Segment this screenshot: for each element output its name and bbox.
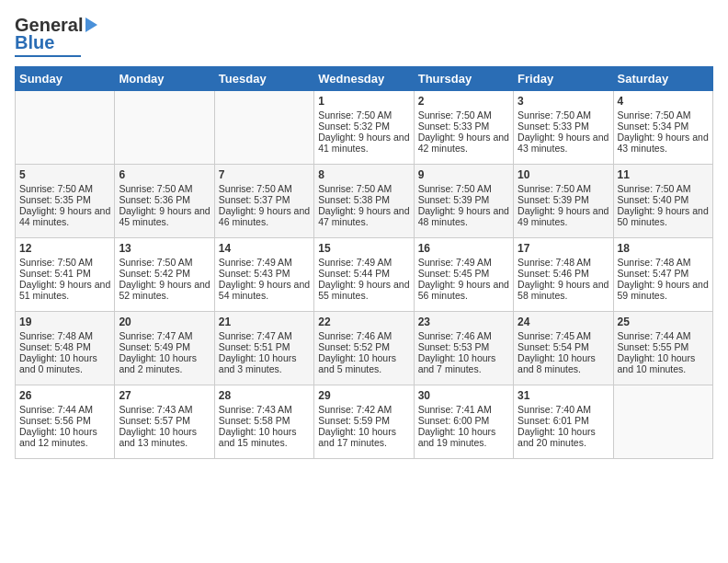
day-info: Sunrise: 7:41 AM (418, 404, 509, 415)
logo: General Blue (15, 15, 97, 57)
day-info: Sunrise: 7:43 AM (219, 404, 310, 415)
calendar-week-5: 26Sunrise: 7:44 AMSunset: 5:56 PMDayligh… (16, 385, 713, 459)
day-info: Sunset: 5:42 PM (119, 268, 210, 279)
day-info: Daylight: 9 hours and 47 minutes. (318, 205, 409, 227)
day-info: Sunset: 5:38 PM (318, 194, 409, 205)
day-of-week-tuesday: Tuesday (214, 67, 313, 91)
day-number: 1 (318, 95, 409, 108)
day-info: Sunset: 5:52 PM (318, 341, 409, 352)
day-number: 30 (418, 389, 509, 402)
day-of-week-friday: Friday (514, 67, 613, 91)
calendar-cell: 19Sunrise: 7:48 AMSunset: 5:48 PMDayligh… (16, 312, 115, 385)
day-info: Daylight: 10 hours and 2 minutes. (119, 352, 210, 374)
calendar-cell: 13Sunrise: 7:50 AMSunset: 5:42 PMDayligh… (115, 238, 214, 312)
day-info: Daylight: 9 hours and 50 minutes. (618, 205, 709, 227)
calendar-cell: 16Sunrise: 7:49 AMSunset: 5:45 PMDayligh… (414, 238, 513, 312)
calendar-cell: 1Sunrise: 7:50 AMSunset: 5:32 PMDaylight… (314, 91, 414, 165)
calendar-cell: 10Sunrise: 7:50 AMSunset: 5:39 PMDayligh… (514, 165, 613, 238)
day-info: Sunrise: 7:50 AM (119, 183, 210, 194)
calendar-cell: 9Sunrise: 7:50 AMSunset: 5:39 PMDaylight… (414, 165, 513, 238)
day-number: 12 (19, 242, 110, 255)
day-number: 23 (418, 316, 509, 328)
day-info: Daylight: 10 hours and 8 minutes. (518, 352, 609, 374)
day-info: Daylight: 9 hours and 52 minutes. (119, 279, 210, 301)
day-number: 7 (219, 168, 310, 181)
day-number: 17 (518, 242, 609, 255)
day-info: Sunrise: 7:45 AM (518, 330, 609, 341)
day-info: Sunrise: 7:50 AM (618, 109, 709, 121)
day-info: Sunrise: 7:47 AM (119, 330, 210, 341)
calendar-cell: 17Sunrise: 7:48 AMSunset: 5:46 PMDayligh… (514, 238, 613, 312)
day-info: Sunset: 5:51 PM (219, 341, 310, 352)
day-info: Sunset: 5:33 PM (518, 121, 609, 132)
day-info: Sunrise: 7:44 AM (618, 330, 709, 341)
day-number: 25 (618, 316, 709, 328)
calendar-cell: 21Sunrise: 7:47 AMSunset: 5:51 PMDayligh… (214, 312, 313, 385)
day-number: 26 (19, 389, 110, 402)
day-number: 22 (318, 316, 409, 328)
day-info: Sunrise: 7:47 AM (219, 330, 310, 341)
day-info: Daylight: 10 hours and 12 minutes. (19, 426, 110, 448)
calendar-cell: 2Sunrise: 7:50 AMSunset: 5:33 PMDaylight… (414, 91, 513, 165)
day-number: 29 (318, 389, 409, 402)
day-info: Sunrise: 7:50 AM (418, 109, 509, 121)
day-of-week-saturday: Saturday (613, 67, 712, 91)
day-of-week-thursday: Thursday (414, 67, 513, 91)
day-info: Sunrise: 7:50 AM (318, 183, 409, 194)
calendar-cell: 22Sunrise: 7:46 AMSunset: 5:52 PMDayligh… (314, 312, 414, 385)
day-info: Sunset: 6:01 PM (518, 415, 609, 426)
day-info: Daylight: 10 hours and 3 minutes. (219, 352, 310, 374)
day-info: Daylight: 9 hours and 43 minutes. (518, 132, 609, 154)
day-info: Sunset: 6:00 PM (418, 415, 509, 426)
day-number: 4 (618, 95, 709, 108)
day-number: 13 (119, 242, 210, 255)
day-info: Daylight: 9 hours and 49 minutes. (518, 205, 609, 227)
day-number: 5 (19, 168, 110, 181)
calendar-cell: 30Sunrise: 7:41 AMSunset: 6:00 PMDayligh… (414, 385, 513, 459)
day-info: Sunset: 5:47 PM (618, 268, 709, 279)
calendar-week-4: 19Sunrise: 7:48 AMSunset: 5:48 PMDayligh… (16, 312, 713, 385)
day-info: Daylight: 9 hours and 43 minutes. (618, 132, 709, 154)
calendar-cell: 12Sunrise: 7:50 AMSunset: 5:41 PMDayligh… (16, 238, 115, 312)
day-info: Daylight: 10 hours and 0 minutes. (19, 352, 110, 374)
day-info: Daylight: 10 hours and 19 minutes. (418, 426, 509, 448)
day-info: Daylight: 9 hours and 42 minutes. (418, 132, 509, 154)
day-info: Sunrise: 7:42 AM (318, 404, 409, 415)
day-info: Sunset: 5:40 PM (618, 194, 709, 205)
day-info: Sunset: 5:49 PM (119, 341, 210, 352)
day-number: 14 (219, 242, 310, 255)
day-info: Daylight: 10 hours and 5 minutes. (318, 352, 409, 374)
calendar-cell: 23Sunrise: 7:46 AMSunset: 5:53 PMDayligh… (414, 312, 513, 385)
logo-arrow-icon (85, 17, 97, 32)
day-info: Sunrise: 7:50 AM (518, 183, 609, 194)
day-info: Sunrise: 7:40 AM (518, 404, 609, 415)
day-info: Sunset: 5:34 PM (618, 121, 709, 132)
day-info: Sunset: 5:43 PM (219, 268, 310, 279)
day-info: Sunset: 5:55 PM (618, 341, 709, 352)
day-number: 2 (418, 95, 509, 108)
day-info: Sunrise: 7:48 AM (19, 330, 110, 341)
day-info: Daylight: 9 hours and 46 minutes. (219, 205, 310, 227)
day-info: Sunset: 5:39 PM (518, 194, 609, 205)
day-number: 27 (119, 389, 210, 402)
day-info: Daylight: 10 hours and 13 minutes. (119, 426, 210, 448)
day-info: Sunrise: 7:49 AM (318, 257, 409, 268)
day-number: 19 (19, 316, 110, 328)
logo-blue: Blue (15, 32, 54, 53)
day-info: Daylight: 9 hours and 51 minutes. (19, 279, 110, 301)
day-info: Daylight: 9 hours and 48 minutes. (418, 205, 509, 227)
page-header: General Blue (15, 15, 713, 57)
logo-underline (15, 55, 81, 57)
day-number: 31 (518, 389, 609, 402)
day-info: Sunrise: 7:44 AM (19, 404, 110, 415)
calendar-cell: 4Sunrise: 7:50 AMSunset: 5:34 PMDaylight… (613, 91, 712, 165)
calendar-table: SundayMondayTuesdayWednesdayThursdayFrid… (15, 66, 713, 459)
day-number: 28 (219, 389, 310, 402)
day-info: Daylight: 10 hours and 10 minutes. (618, 352, 709, 374)
day-info: Daylight: 10 hours and 17 minutes. (318, 426, 409, 448)
calendar-cell: 29Sunrise: 7:42 AMSunset: 5:59 PMDayligh… (314, 385, 414, 459)
day-info: Daylight: 9 hours and 54 minutes. (219, 279, 310, 301)
calendar-cell: 11Sunrise: 7:50 AMSunset: 5:40 PMDayligh… (613, 165, 712, 238)
calendar-cell: 3Sunrise: 7:50 AMSunset: 5:33 PMDaylight… (514, 91, 613, 165)
day-info: Daylight: 10 hours and 7 minutes. (418, 352, 509, 374)
